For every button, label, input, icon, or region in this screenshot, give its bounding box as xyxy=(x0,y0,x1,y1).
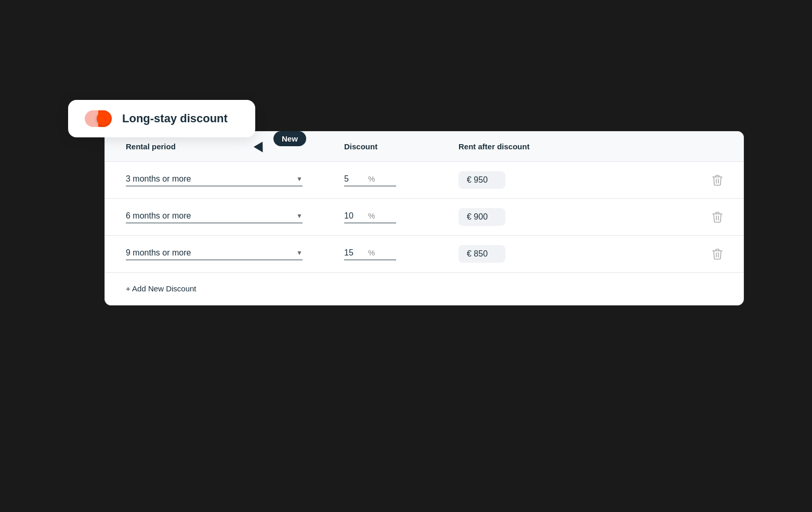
table-row: 3 months or more ▼ 5 % € 950 xyxy=(105,162,743,199)
period-select-2[interactable]: 6 months or more ▼ xyxy=(126,211,303,223)
trash-icon xyxy=(712,174,723,186)
discount-value-1: 5 xyxy=(344,174,365,184)
col-rental-period: Rental period xyxy=(126,142,344,151)
add-discount-row[interactable]: + Add New Discount xyxy=(105,273,743,305)
delete-button-3[interactable] xyxy=(681,248,723,260)
discount-value-2: 10 xyxy=(344,211,365,221)
discount-input-3[interactable]: 15 % xyxy=(344,248,396,260)
percent-sign-3: % xyxy=(368,248,375,257)
table-row: 6 months or more ▼ 10 % € 900 xyxy=(105,199,743,236)
period-value-2: 6 months or more xyxy=(126,211,292,221)
delete-button-1[interactable] xyxy=(681,174,723,186)
rent-display-2: € 900 xyxy=(459,208,505,226)
toggle-card: Long-stay discount xyxy=(68,100,255,137)
toggle-label: Long-stay discount xyxy=(122,112,228,125)
new-badge: New xyxy=(273,131,306,146)
percent-sign-1: % xyxy=(368,174,375,183)
discount-value-3: 15 xyxy=(344,248,365,258)
rent-display-1: € 950 xyxy=(459,171,505,189)
chevron-down-icon: ▼ xyxy=(296,249,303,257)
col-discount: Discount xyxy=(344,142,459,151)
add-discount-label: + Add New Discount xyxy=(126,284,197,293)
chevron-down-icon: ▼ xyxy=(296,175,303,183)
col-rent-after-discount: Rent after discount xyxy=(459,142,723,151)
delete-button-2[interactable] xyxy=(681,211,723,223)
discount-panel: Rental period Discount Rent after discou… xyxy=(104,131,744,305)
period-select-1[interactable]: 3 months or more ▼ xyxy=(126,174,303,186)
table-row: 9 months or more ▼ 15 % € 850 xyxy=(105,236,743,273)
period-select-3[interactable]: 9 months or more ▼ xyxy=(126,248,303,260)
trash-icon xyxy=(712,248,723,260)
trash-icon xyxy=(712,211,723,223)
period-value-1: 3 months or more xyxy=(126,174,292,184)
rent-display-3: € 850 xyxy=(459,245,505,263)
long-stay-toggle[interactable] xyxy=(85,110,112,127)
chevron-down-icon: ▼ xyxy=(296,212,303,220)
percent-sign-2: % xyxy=(368,211,375,220)
period-value-3: 9 months or more xyxy=(126,248,292,258)
discount-input-2[interactable]: 10 % xyxy=(344,211,396,223)
discount-input-1[interactable]: 5 % xyxy=(344,174,396,186)
